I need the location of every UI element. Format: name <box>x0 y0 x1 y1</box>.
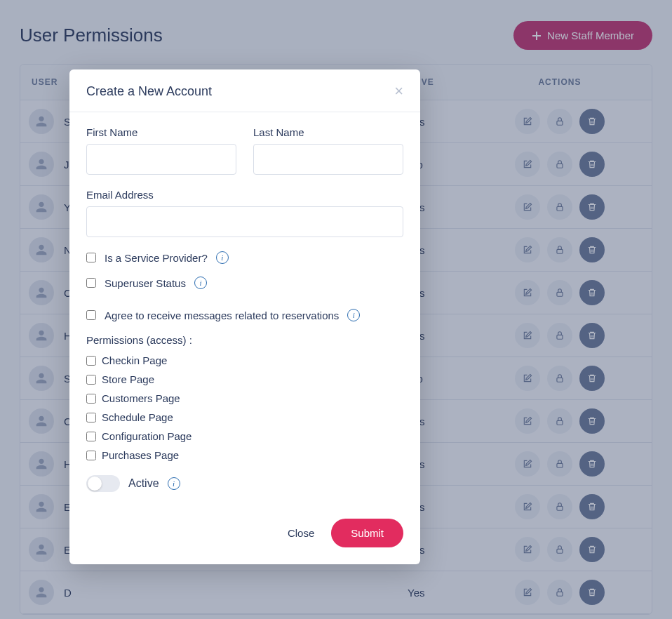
perm-label: Schedule Page <box>102 411 173 423</box>
active-toggle[interactable] <box>86 475 120 492</box>
perm-checkbox[interactable] <box>86 432 96 441</box>
is-sp-checkbox[interactable] <box>86 253 96 262</box>
email-label: Email Address <box>86 189 403 201</box>
info-icon[interactable]: i <box>216 251 229 264</box>
active-label: Active <box>128 477 159 490</box>
modal-title: Create a New Account <box>86 84 212 99</box>
superuser-checkbox[interactable] <box>86 278 96 288</box>
info-icon[interactable]: i <box>194 277 207 289</box>
perm-checkbox[interactable] <box>86 413 96 422</box>
perm-checkbox[interactable] <box>86 356 96 366</box>
agree-label: Agree to receive messages related to res… <box>105 310 339 321</box>
superuser-label: Superuser Status <box>105 277 186 289</box>
perm-label: Configuration Page <box>102 430 191 442</box>
perm-label: Purchases Page <box>102 449 179 461</box>
first-name-input[interactable] <box>86 144 236 175</box>
create-account-modal: Create a New Account × First Name Last N… <box>69 69 420 564</box>
perm-label: Customers Page <box>102 392 180 404</box>
perm-label: Checkin Page <box>102 354 167 366</box>
first-name-label: First Name <box>86 126 236 138</box>
close-button[interactable]: Close <box>288 527 314 539</box>
is-sp-label: Is a Service Provider? <box>105 252 208 264</box>
perm-checkbox[interactable] <box>86 394 96 404</box>
close-icon[interactable]: × <box>394 84 403 99</box>
info-icon[interactable]: i <box>168 477 180 490</box>
info-icon[interactable]: i <box>347 309 360 321</box>
permissions-title: Permissions (access) : <box>86 334 403 346</box>
email-input[interactable] <box>86 206 403 237</box>
perm-label: Store Page <box>102 373 154 385</box>
submit-button[interactable]: Submit <box>331 519 403 547</box>
perm-checkbox[interactable] <box>86 451 96 460</box>
agree-checkbox[interactable] <box>86 310 96 320</box>
last-name-input[interactable] <box>253 144 403 175</box>
perm-checkbox[interactable] <box>86 375 96 385</box>
last-name-label: Last Name <box>253 126 403 138</box>
